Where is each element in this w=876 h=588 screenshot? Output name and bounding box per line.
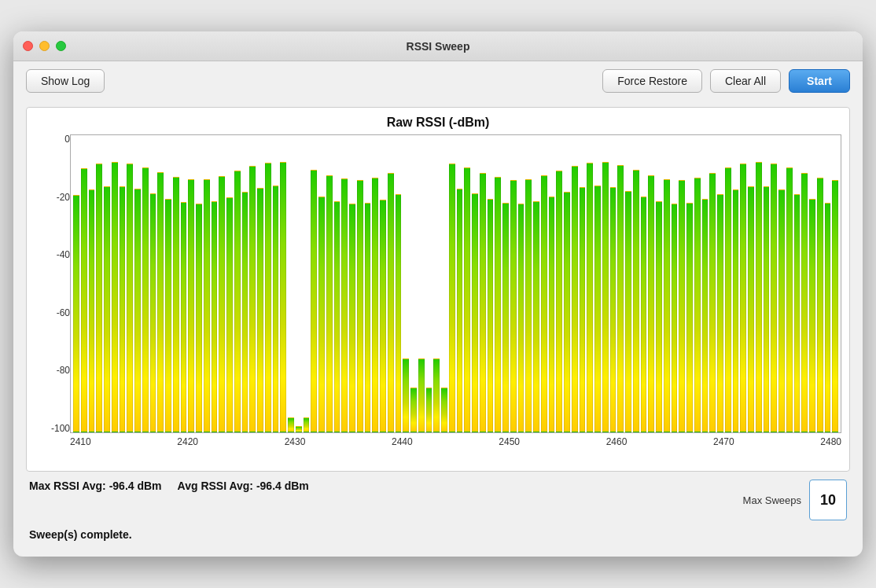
chart-bar (679, 180, 685, 432)
chart-bar (771, 164, 777, 432)
chart-bar (326, 175, 333, 432)
chart-bar (748, 186, 754, 432)
chart-bar (73, 195, 79, 432)
chart-bar (249, 166, 256, 432)
chart-bar (480, 173, 486, 432)
chart-bar (280, 162, 286, 432)
y-axis: 0 -20 -40 -60 -80 -100 (35, 134, 70, 433)
chart-bar (157, 172, 164, 432)
chart-bar (664, 179, 670, 432)
chart-bar (188, 179, 194, 432)
chart-bar (464, 167, 470, 432)
chart-bar (89, 189, 95, 432)
force-restore-button[interactable]: Force Restore (602, 69, 702, 93)
show-log-button[interactable]: Show Log (26, 69, 105, 93)
start-button[interactable]: Start (789, 69, 850, 93)
chart-bar (549, 197, 555, 432)
chart-bar (572, 166, 578, 433)
chart-bar (142, 167, 149, 432)
close-button[interactable] (23, 41, 33, 51)
chart-bar (656, 201, 662, 432)
chart-bar (134, 189, 141, 432)
chart-bar (150, 193, 156, 432)
chart-bar (196, 204, 202, 432)
chart-bar (801, 173, 808, 432)
chart-bar (334, 201, 340, 432)
chart-bar (610, 187, 617, 432)
chart-title: Raw RSSI (-dBm) (35, 116, 841, 130)
chart-bar (832, 180, 838, 432)
x-axis: 2410 2420 2430 2440 2450 2460 2470 2480 (35, 433, 841, 447)
chart-bar (817, 178, 823, 432)
chart-bar (702, 199, 709, 432)
chart-bar (825, 203, 831, 432)
chart-bar (518, 204, 524, 432)
chart-bar (472, 193, 478, 432)
avg-rssi-stat: Avg RSSI Avg: -96.4 dBm (178, 480, 309, 492)
chart-inner: 0 -20 -40 -60 -80 -100 (35, 134, 841, 433)
maximize-button[interactable] (56, 41, 66, 51)
chart-bar (686, 203, 693, 432)
chart-bar (311, 170, 317, 432)
chart-bar (502, 203, 509, 432)
traffic-lights (23, 41, 66, 51)
chart-bar (764, 186, 770, 432)
chart-bar (495, 177, 501, 432)
chart-bar (602, 162, 609, 432)
chart-bar (587, 163, 593, 432)
chart-bar (96, 164, 102, 432)
chart-bar (733, 189, 739, 432)
chart-bar (403, 358, 409, 433)
status-bar: Sweep(s) complete. (26, 524, 850, 547)
chart-bar (288, 417, 294, 432)
chart-bar (725, 167, 731, 432)
window-title: RSSI Sweep (407, 40, 470, 53)
chart-bar (648, 175, 654, 432)
chart-bar (388, 173, 394, 432)
y-label-20: -20 (35, 193, 70, 202)
chart-bar (625, 191, 631, 432)
chart-bar (457, 189, 463, 432)
chart-container: Raw RSSI (-dBm) 0 -20 -40 -60 -80 -100 (26, 107, 850, 472)
max-sweeps-input[interactable] (809, 480, 847, 520)
toolbar-right: Force Restore Clear All Start (602, 69, 850, 93)
chart-bar (357, 180, 363, 432)
clear-all-button[interactable]: Clear All (710, 69, 781, 93)
x-label-2450: 2450 (499, 436, 520, 447)
chart-bar (212, 201, 218, 432)
chart-bar (81, 168, 87, 432)
chart-bar (541, 175, 547, 432)
chart-bar (633, 170, 639, 432)
y-label-100: -100 (35, 424, 70, 433)
minimize-button[interactable] (39, 41, 50, 51)
chart-bar (756, 162, 762, 432)
max-sweeps-label: Max Sweeps (743, 494, 801, 506)
y-label-0: 0 (35, 134, 70, 144)
chart-bar (694, 178, 701, 432)
chart-bar (204, 179, 210, 432)
content-area: Raw RSSI (-dBm) 0 -20 -40 -60 -80 -100 (13, 101, 863, 557)
chart-bar (564, 192, 570, 432)
chart-bar (533, 201, 539, 432)
chart-bar (181, 202, 187, 432)
chart-bar (709, 173, 716, 432)
chart-bar (449, 164, 455, 432)
chart-bar (556, 171, 562, 432)
chart-bar (778, 189, 785, 432)
chart-area (70, 134, 841, 433)
x-label-2440: 2440 (392, 436, 413, 447)
chart-bar (112, 162, 118, 432)
stats-row: Max RSSI Avg: -96.4 dBm Avg RSSI Avg: -9… (26, 472, 850, 524)
chart-bar (740, 164, 746, 432)
chart-bar (349, 204, 355, 432)
chart-bar (809, 199, 815, 432)
chart-bar (173, 177, 179, 432)
chart-bar (396, 194, 402, 432)
chart-bar (372, 178, 378, 432)
toolbar: Show Log Force Restore Clear All Start (13, 61, 863, 101)
chart-bar (120, 186, 126, 432)
chart-bar (794, 194, 801, 432)
chart-bar (165, 199, 171, 432)
chart-bar (318, 197, 325, 432)
chart-bar (242, 192, 248, 432)
